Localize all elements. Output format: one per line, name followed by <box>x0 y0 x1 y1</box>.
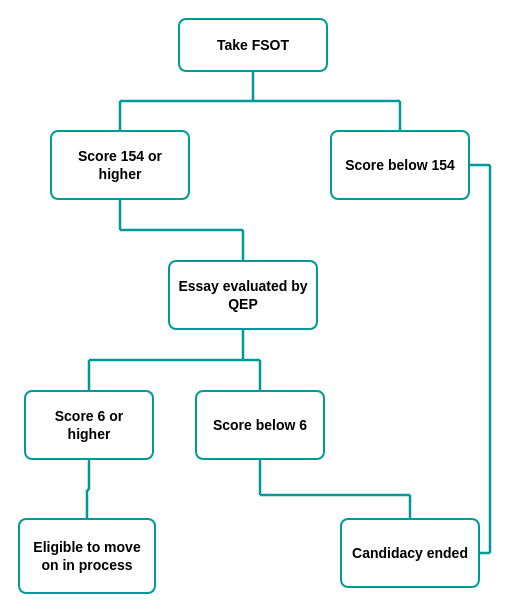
score-6-higher-node: Score 6 or higher <box>24 390 154 460</box>
score-154-higher-node: Score 154 or higher <box>50 130 190 200</box>
essay-qep-node: Essay evaluated by QEP <box>168 260 318 330</box>
score-below-6-node: Score below 6 <box>195 390 325 460</box>
candidacy-ended-node: Candidacy ended <box>340 518 480 588</box>
take-fsot-node: Take FSOT <box>178 18 328 72</box>
score-below-154-node: Score below 154 <box>330 130 470 200</box>
flowchart-diagram: Take FSOT Score 154 or higher Score belo… <box>0 0 515 612</box>
eligible-node: Eligible to move on in process <box>18 518 156 594</box>
